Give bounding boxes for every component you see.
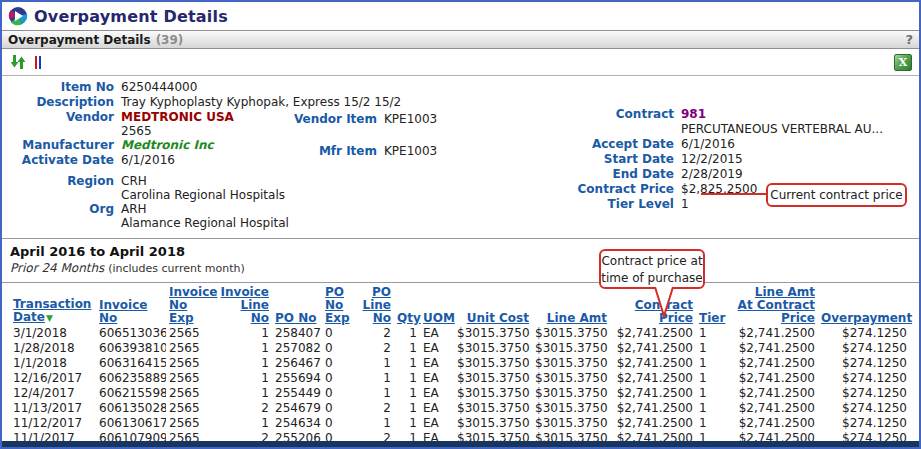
cell-line-amt-at-contract-price: $2,741.2500 (726, 356, 818, 371)
field-mfr-item: Mfr Item KPE1003 (292, 144, 437, 159)
cell-line-amt-at-contract-price: $2,741.2500 (726, 341, 818, 356)
cell-po-no-exp: 0 (322, 341, 358, 356)
col-header-line-amt[interactable]: Line Amt (532, 284, 610, 326)
cell-invoice-no: 606130617 (96, 416, 166, 431)
cell-qty: 1 (394, 371, 420, 386)
cell-invoice-no: 606513036 (96, 326, 166, 341)
tier-level-value: 1 (681, 197, 689, 212)
cell-invoice-line-no: 1 (216, 341, 272, 356)
cell-unit-cost: $3015.3750 (454, 386, 532, 401)
cell-uom: EA (420, 416, 454, 431)
field-description: Description Tray Kyphoplasty Kyphopak, E… (2, 95, 401, 110)
cell-line-amt-at-contract-price: $2,741.2500 (726, 401, 818, 416)
cell-unit-cost: $3015.3750 (454, 356, 532, 371)
cell-po-line-no: 2 (358, 401, 394, 416)
cell-po-no: 254634 (272, 416, 322, 431)
vendor-number: 2565 (121, 124, 234, 138)
col-header-po-no[interactable]: PO No (272, 284, 322, 326)
col-header-invoice-line-no[interactable]: InvoiceLine No (216, 284, 272, 326)
col-header-overpayment[interactable]: Overpayment (818, 284, 910, 326)
field-end-date: End Date 2/28/2019 (502, 167, 883, 182)
cell-line-amt: $3015.3750 (532, 416, 610, 431)
col-header-line-amt-at-contract-price[interactable]: Line AmtAt ContractPrice (726, 284, 818, 326)
cell-qty: 1 (394, 401, 420, 416)
start-date-label: Start Date (502, 152, 674, 167)
start-date-value: 12/2/2015 (681, 152, 743, 167)
period-section: April 2016 to April 2018 Prior 24 Months… (2, 238, 919, 283)
cell-contract-price: $2,741.2500 (610, 341, 696, 356)
cell-qty: 1 (394, 326, 420, 341)
contract-number-link[interactable]: 981 (681, 107, 706, 122)
cell-invoice-no-exp: 2565 (166, 401, 216, 416)
cell-po-no: 255449 (272, 386, 322, 401)
cell-invoice-no-exp: 2565 (166, 416, 216, 431)
manufacturer-value: Medtronic Inc (121, 138, 214, 153)
title-bar: Overpayment Details (2, 2, 919, 30)
cell-tier: 1 (696, 356, 726, 371)
col-header-transaction-date[interactable]: TransactionDate▼ (10, 284, 96, 326)
cell-uom: EA (420, 326, 454, 341)
col-header-po-line-no[interactable]: POLineNo (358, 284, 394, 326)
table-row[interactable]: 11/12/201760613061725651254634011EA$3015… (10, 416, 910, 431)
cell-overpayment: $274.1250 (818, 401, 910, 416)
transactions-table: TransactionDate▼InvoiceNoInvoiceNo ExpIn… (10, 284, 910, 446)
cell-contract-price: $2,741.2500 (610, 356, 696, 371)
excel-export-icon[interactable]: X (894, 54, 912, 71)
cell-tier: 1 (696, 386, 726, 401)
cell-po-no: 258407 (272, 326, 322, 341)
cell-transaction-date: 3/1/2018 (10, 326, 96, 341)
col-header-uom[interactable]: UOM (420, 284, 454, 326)
table-row[interactable]: 11/13/201760613502825652254679021EA$3015… (10, 401, 910, 416)
period-subtitle-range: Prior 24 Months (10, 261, 104, 275)
cell-po-no-exp: 0 (322, 401, 358, 416)
col-header-unit-cost[interactable]: Unit Cost (454, 284, 532, 326)
col-header-invoice-no-exp[interactable]: InvoiceNo Exp (166, 284, 216, 326)
table-row[interactable]: 3/1/201860651303625651258407021EA$3015.3… (10, 326, 910, 341)
cell-overpayment: $274.1250 (818, 326, 910, 341)
cell-invoice-no-exp: 2565 (166, 386, 216, 401)
cell-unit-cost: $3015.3750 (454, 416, 532, 431)
cell-qty: 1 (394, 356, 420, 371)
help-icon[interactable]: ? (905, 32, 913, 47)
panel-title: Overpayment Details (8, 33, 151, 47)
cell-tier: 1 (696, 401, 726, 416)
cell-qty: 1 (394, 416, 420, 431)
cell-tier: 1 (696, 326, 726, 341)
col-header-qty[interactable]: Qty (394, 284, 420, 326)
table-row[interactable]: 12/4/201760621559825651255449011EA$3015.… (10, 386, 910, 401)
manufacturer-label: Manufacturer (2, 138, 114, 153)
cell-line-amt: $3015.3750 (532, 326, 610, 341)
cell-invoice-line-no: 1 (216, 371, 272, 386)
cell-unit-cost: $3015.3750 (454, 341, 532, 356)
cell-po-line-no: 1 (358, 356, 394, 371)
cell-tier: 1 (696, 341, 726, 356)
panel-header-bar: Overpayment Details (39) ? (2, 30, 919, 49)
cell-uom: EA (420, 401, 454, 416)
cell-contract-price: $2,741.2500 (610, 401, 696, 416)
col-header-po-no-exp[interactable]: PONoExp (322, 284, 358, 326)
cell-tier: 1 (696, 371, 726, 386)
cell-contract-price: $2,741.2500 (610, 326, 696, 341)
refresh-icon[interactable] (9, 54, 27, 70)
cell-line-amt-at-contract-price: $2,741.2500 (726, 416, 818, 431)
mfr-item-value: KPE1003 (384, 144, 437, 159)
cell-transaction-date: 11/12/2017 (10, 416, 96, 431)
cell-transaction-date: 1/1/2018 (10, 356, 96, 371)
toolbar: X (2, 49, 919, 76)
col-header-invoice-no[interactable]: InvoiceNo (96, 284, 166, 326)
cell-invoice-no: 606135028 (96, 401, 166, 416)
vendor-name: MEDTRONIC USA (121, 110, 234, 124)
region-label: Region (2, 174, 114, 202)
table-row[interactable]: 12/16/201760623588925651255694011EA$3015… (10, 371, 910, 386)
table-row[interactable]: 1/28/201860639381025651257082021EA$3015.… (10, 341, 910, 356)
contract-description: PERCUTANEOUS VERTEBRAL AU... (681, 122, 883, 137)
record-count-badge: (39) (156, 33, 184, 47)
sort-desc-icon: ▼ (46, 313, 53, 323)
cell-qty: 1 (394, 386, 420, 401)
cell-unit-cost: $3015.3750 (454, 326, 532, 341)
field-contract: Contract 981 (502, 107, 883, 122)
cell-transaction-date: 12/16/2017 (10, 371, 96, 386)
col-header-tier[interactable]: Tier (696, 284, 726, 326)
table-row[interactable]: 1/1/201860631641525651256467011EA$3015.3… (10, 356, 910, 371)
cell-overpayment: $274.1250 (818, 371, 910, 386)
